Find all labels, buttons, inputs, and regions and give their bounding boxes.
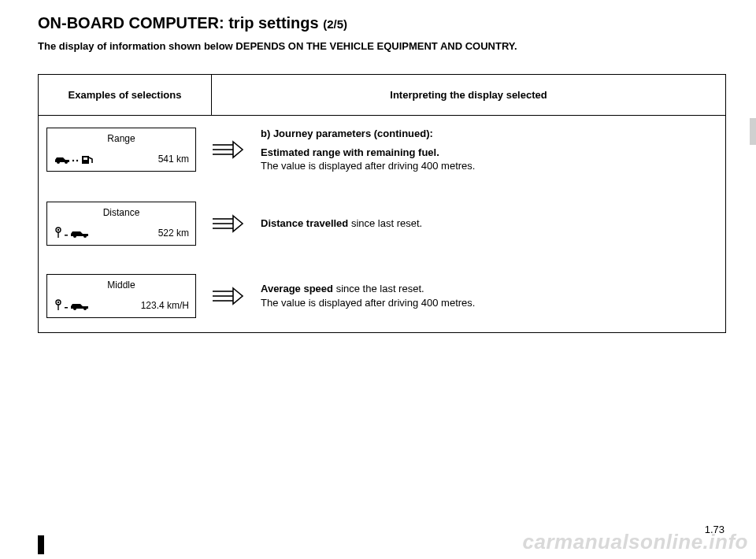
row-range: Range <box>46 127 717 173</box>
panel-range-title: Range <box>54 133 189 144</box>
row-middle: Middle <box>46 274 717 318</box>
svg-rect-8 <box>65 235 68 236</box>
arrow-icon <box>210 286 246 306</box>
desc-range-heading: b) Journey parameters (continued): <box>261 127 717 141</box>
arrow-icon <box>210 213 246 234</box>
panel-distance-title: Distance <box>54 207 189 218</box>
section-tab <box>750 118 756 145</box>
desc-range-lead: Estimated range with remaining fuel. <box>261 146 439 158</box>
range-icon <box>54 152 99 166</box>
desc-range: b) Journey parameters (continued): Estim… <box>261 127 717 173</box>
equipment-note: The display of information shown below D… <box>38 40 726 52</box>
desc-middle-rest: since the last reset. <box>336 283 424 294</box>
header-examples: Examples of selections <box>39 75 212 116</box>
panel-range-value: 541 km <box>158 154 189 165</box>
svg-point-9 <box>73 235 76 238</box>
row-distance: Distance <box>46 202 717 246</box>
svg-point-3 <box>76 160 78 161</box>
desc-middle: Average speed since the last reset. The … <box>261 282 717 309</box>
svg-point-2 <box>72 160 74 161</box>
settings-table: Examples of selections Interpreting the … <box>38 74 726 333</box>
desc-distance-rest: since last reset. <box>351 217 422 229</box>
panel-middle: Middle <box>46 274 196 318</box>
panel-middle-value: 123.4 km/H <box>141 300 189 311</box>
svg-rect-13 <box>65 307 68 309</box>
panel-distance: Distance <box>46 202 196 246</box>
svg-point-10 <box>83 235 87 238</box>
desc-middle-line2: The value is displayed after driving 400… <box>261 297 475 309</box>
panel-range: Range <box>46 128 196 172</box>
header-interpreting: Interpreting the display selected <box>212 75 726 116</box>
panel-distance-value: 522 km <box>158 228 189 239</box>
svg-point-7 <box>57 228 59 230</box>
distance-icon <box>54 226 99 240</box>
title-sub: (2/5) <box>323 17 347 31</box>
svg-point-15 <box>83 307 87 310</box>
svg-rect-5 <box>83 157 87 160</box>
desc-distance: Distance travelled since last reset. <box>261 217 717 231</box>
desc-range-line2: The value is displayed after driving 400… <box>261 160 475 172</box>
panel-middle-title: Middle <box>54 280 189 291</box>
svg-point-12 <box>57 301 59 302</box>
svg-point-14 <box>73 307 76 310</box>
speed-icon <box>54 298 99 313</box>
desc-middle-lead: Average speed <box>261 283 336 294</box>
svg-point-1 <box>65 161 68 164</box>
title-main: ON-BOARD COMPUTER: trip settings <box>38 14 323 31</box>
svg-point-0 <box>57 161 60 164</box>
watermark: carmanualsonline.info <box>523 530 748 554</box>
footer-tick-mark <box>38 535 44 554</box>
arrow-icon <box>210 139 246 160</box>
desc-distance-lead: Distance travelled <box>261 217 351 229</box>
page-title: ON-BOARD COMPUTER: trip settings (2/5) <box>38 14 726 32</box>
